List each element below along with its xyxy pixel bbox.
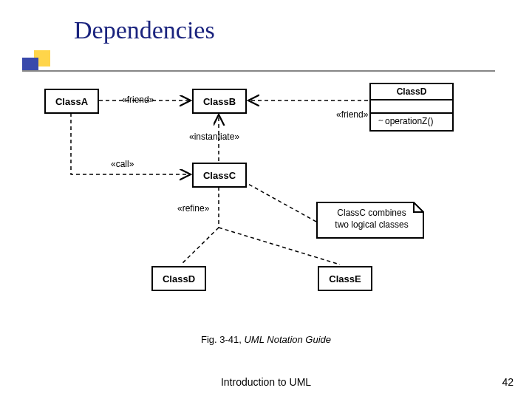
slide: Dependencies ClassA ClassB ClassD ~opera… <box>0 0 532 399</box>
class-e-label: ClassE <box>319 270 371 287</box>
class-d-label: ClassD <box>153 270 205 287</box>
stereo-friend-ab: «friend» <box>122 95 154 105</box>
slide-footer: Introduction to UML <box>0 376 532 388</box>
note-line1: ClassC combines <box>337 208 406 218</box>
page-number: 42 <box>502 376 514 388</box>
stereo-call: «call» <box>111 159 134 169</box>
class-b-label: ClassB <box>194 93 245 110</box>
class-a-box: ClassA <box>44 89 99 114</box>
class-d-full-attrs <box>371 100 452 114</box>
class-e-box: ClassE <box>318 266 372 291</box>
title-area: Dependencies <box>74 16 215 44</box>
note-line2: two logical classes <box>335 219 408 230</box>
caption-prefix: Fig. 3-41, <box>201 334 245 345</box>
class-d-full-box: ClassD ~operationZ() <box>369 83 454 132</box>
stereo-instantiate: «instantiate» <box>189 132 239 142</box>
class-d-full-op: operationZ() <box>385 116 433 126</box>
uml-diagram: ClassA ClassB ClassD ~operationZ() Class… <box>44 81 473 325</box>
class-c-box: ClassC <box>192 163 247 188</box>
class-d-full-ops: ~operationZ() <box>371 114 452 129</box>
class-b-box: ClassB <box>192 89 247 114</box>
caption-italic: UML Notation Guide <box>244 334 331 345</box>
stereo-refine: «refine» <box>177 203 209 214</box>
note-box: ClassC combines two logical classes <box>318 203 426 240</box>
class-c-label: ClassC <box>194 167 245 184</box>
slide-title: Dependencies <box>74 16 215 44</box>
class-d-full-name: ClassD <box>371 84 452 100</box>
tilde-icon: ~ <box>378 115 383 126</box>
class-d-box: ClassD <box>151 266 206 291</box>
stereo-friend-db: «friend» <box>336 109 368 120</box>
title-underline <box>22 70 495 72</box>
class-a-label: ClassA <box>46 93 98 110</box>
figure-caption: Fig. 3-41, UML Notation Guide <box>0 334 532 345</box>
